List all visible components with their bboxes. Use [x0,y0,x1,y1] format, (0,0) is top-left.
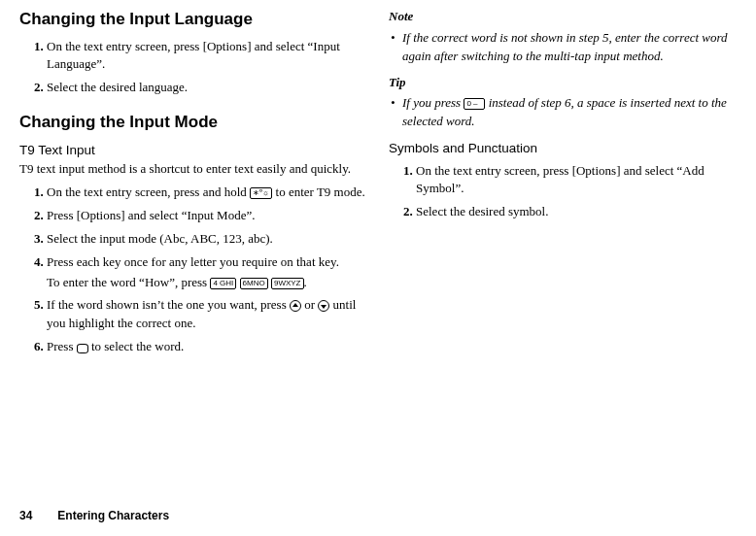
up-arrow-icon [290,300,301,312]
tip-item: If you press 0 – instead of step 6, a sp… [389,94,737,131]
step-text: or [301,297,318,312]
t9-step-4-sub: To enter the word “How”, press 4 GHI 6MN… [47,274,367,292]
step-text: On the text entry screen, press and hold [47,184,250,199]
step-text: To enter the word “How”, press [47,275,210,289]
steps-t9: On the text entry screen, press and hold… [19,184,367,356]
symbols-step-2: Select the desired symbol. [416,203,737,221]
left-column: Changing the Input Language On the text … [19,8,367,361]
tip-heading: Tip [389,74,737,92]
step-text: Press each key once for any letter you r… [47,254,339,269]
note-list: If the correct word is not shown in step… [389,29,737,66]
symbols-step-1: On the text entry screen, press [Options… [416,162,737,199]
section-title: Entering Characters [57,509,169,522]
note-heading: Note [389,8,737,26]
subhead-t9: T9 Text Input [19,141,367,160]
t9-step-5: If the word shown isn’t the one you want… [47,296,367,333]
step-2: Select the desired language. [47,79,367,97]
steps-symbols: On the text entry screen, press [Options… [389,162,737,222]
content-columns: Changing the Input Language On the text … [19,8,737,361]
t9-step-6: Press to select the word. [47,338,367,356]
t9-step-3: Select the input mode (Abc, ABC, 123, ab… [47,230,367,249]
star-key-icon: ∗º☼ [250,187,272,199]
t9-step-2: Press [Options] and select “Input Mode”. [47,207,367,225]
step-text: to enter T9 mode. [272,184,364,199]
page-footer: 34Entering Characters [19,508,169,524]
page-number: 34 [19,509,32,522]
center-button-icon [77,344,88,353]
step-text: Press [47,339,77,353]
step-text: If the word shown isn’t the one you want… [47,297,290,312]
right-column: Note If the correct word is not shown in… [389,8,737,361]
tip-text: If you press [402,95,464,110]
subhead-symbols: Symbols and Punctuation [389,139,737,158]
key-4-icon: 4 GHI [210,278,236,289]
t9-intro: T9 text input method is a shortcut to en… [19,160,367,179]
key-6-icon: 6MNO [240,278,268,289]
heading-input-language: Changing the Input Language [19,8,367,32]
step-text: to select the word. [88,339,185,353]
key-9-icon: 9WXYZ [271,278,304,289]
note-item: If the correct word is not shown in step… [389,29,737,66]
step-1: On the text entry screen, press [Options… [47,38,367,75]
t9-step-1: On the text entry screen, press and hold… [47,184,367,202]
tip-list: If you press 0 – instead of step 6, a sp… [389,94,737,131]
down-arrow-icon [318,300,329,312]
key-0-icon: 0 – [464,98,485,110]
steps-input-language: On the text entry screen, press [Options… [19,38,367,98]
heading-input-mode: Changing the Input Mode [19,111,367,135]
t9-step-4: Press each key once for any letter you r… [47,253,367,292]
